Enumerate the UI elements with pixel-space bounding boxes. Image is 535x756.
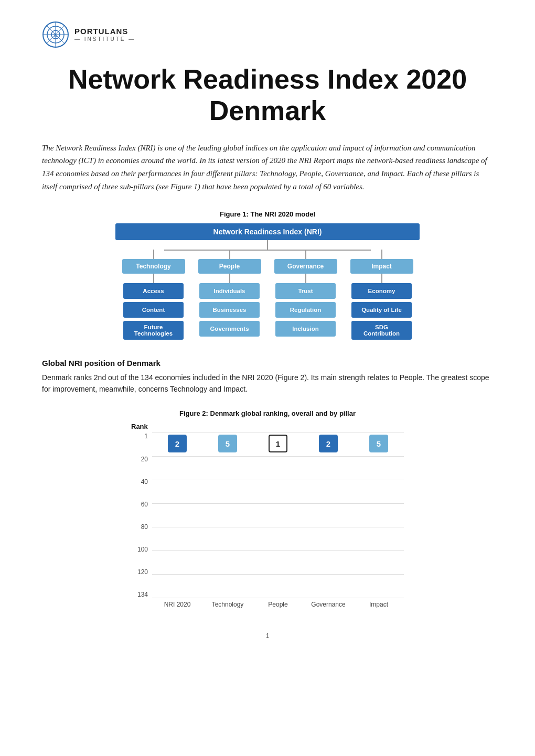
subpillar-businesses: Businesses: [199, 302, 260, 318]
subpillar-sdg-contribution: SDGContribution: [351, 321, 412, 340]
bar-impact: 5: [363, 435, 394, 598]
subpillar-quality-of-life: Quality of Life: [351, 302, 412, 318]
subpillar-trust: Trust: [275, 283, 336, 299]
y-label-1: 1: [144, 433, 148, 440]
horiz-bridge: Technology Access Content FutureTechnolo…: [115, 250, 420, 340]
x-label-governance: Governance: [310, 601, 347, 608]
x-label-nri2020: NRI 2020: [159, 601, 196, 608]
page-number: 1: [42, 632, 493, 640]
y-label-20: 20: [141, 456, 148, 463]
x-label-technology: Technology: [209, 601, 246, 608]
figure1-container: Figure 1: The NRI 2020 model Network Rea…: [42, 210, 493, 340]
logo-area: π PORTULANS — INSTITUTE —: [42, 21, 493, 48]
bar-nri2020: 2: [162, 435, 193, 598]
x-label-people: People: [260, 601, 296, 608]
figure2-title: Figure 2: Denmark global ranking, overal…: [179, 409, 356, 417]
y-label-134: 134: [137, 591, 148, 598]
subpillar-access: Access: [123, 283, 184, 299]
page-title: Network Readiness Index 2020 Denmark: [42, 64, 493, 127]
x-axis-labels: NRI 2020 Technology People Governance Im…: [152, 598, 404, 611]
logo-subtitle: — INSTITUTE —: [74, 36, 135, 42]
section-heading: Global NRI position of Denmark: [42, 359, 493, 368]
subpillar-inclusion: Inclusion: [275, 321, 336, 337]
y-label-80: 80: [141, 523, 148, 531]
nri-diagram: Network Readiness Index (NRI) Technology…: [115, 223, 420, 340]
chart-inner: 2 5 1 2 5: [152, 433, 404, 611]
connector-governance-sub: [305, 274, 306, 283]
connector-tech-sub: [153, 274, 154, 283]
pillar-impact: Impact: [350, 259, 413, 274]
rank-badge-technology: 5: [218, 435, 237, 452]
vertical-connector-line: [267, 240, 268, 250]
y-label-100: 100: [137, 546, 148, 553]
connector-impact-sub: [381, 274, 382, 283]
pillar-col-technology: Technology Access Content FutureTechnolo…: [118, 250, 189, 340]
rank-label: Rank: [131, 423, 404, 430]
y-axis: 1 20 40 60 80 100 120 134: [131, 433, 152, 611]
y-label-120: 120: [137, 568, 148, 576]
bar-governance: 2: [313, 435, 344, 598]
connector-governance: [305, 250, 306, 259]
subpillar-regulation: Regulation: [275, 302, 336, 318]
top-connector: [115, 240, 420, 250]
connector-tech: [153, 250, 154, 259]
y-label-60: 60: [141, 501, 148, 508]
svg-text:π: π: [54, 31, 57, 38]
connector-people-sub: [229, 274, 230, 283]
subpillar-governments: Governments: [199, 321, 260, 337]
connector-impact: [381, 250, 382, 259]
subpillar-economy: Economy: [351, 283, 412, 299]
connector-people: [229, 250, 230, 259]
y-label-40: 40: [141, 478, 148, 485]
pillar-technology: Technology: [122, 259, 185, 274]
logo-text: PORTULANS — INSTITUTE —: [74, 27, 135, 42]
figure1-title: Figure 1: The NRI 2020 model: [220, 210, 315, 218]
pillar-governance: Governance: [274, 259, 337, 274]
bar-technology: 5: [212, 435, 243, 598]
rank-badge-impact: 5: [369, 435, 388, 452]
subpillar-content: Content: [123, 302, 184, 318]
nri-top-box: Network Readiness Index (NRI): [115, 223, 420, 240]
rank-badge-people: 1: [269, 435, 287, 452]
subpillar-future-technologies: FutureTechnologies: [123, 321, 184, 340]
pillar-people: People: [198, 259, 261, 274]
pillar-col-governance: Governance Trust Regulation Inclusion: [270, 250, 341, 337]
bar-people: 1: [262, 435, 294, 598]
portulans-logo-icon: π: [42, 21, 69, 48]
chart-body: 1 20 40 60 80 100 120 134: [131, 433, 404, 611]
chart-area: Rank 1 20 40 60 80 100 120 134: [131, 423, 404, 611]
pillar-col-people: People Individuals Businesses Government…: [194, 250, 265, 337]
rank-badge-governance: 2: [319, 435, 338, 452]
figure2-container: Figure 2: Denmark global ranking, overal…: [42, 409, 493, 611]
rank-badge-nri2020: 2: [168, 435, 187, 452]
section-text: Denmark ranks 2nd out of the 134 economi…: [42, 372, 493, 395]
logo-name: PORTULANS: [74, 27, 135, 36]
pillar-col-impact: Impact Economy Quality of Life SDGContri…: [346, 250, 417, 340]
intro-paragraph: The Network Readiness Index (NRI) is one…: [42, 142, 493, 193]
subpillar-individuals: Individuals: [199, 283, 260, 299]
x-label-impact: Impact: [360, 601, 397, 608]
bars-row: 2 5 1 2 5: [152, 433, 404, 598]
